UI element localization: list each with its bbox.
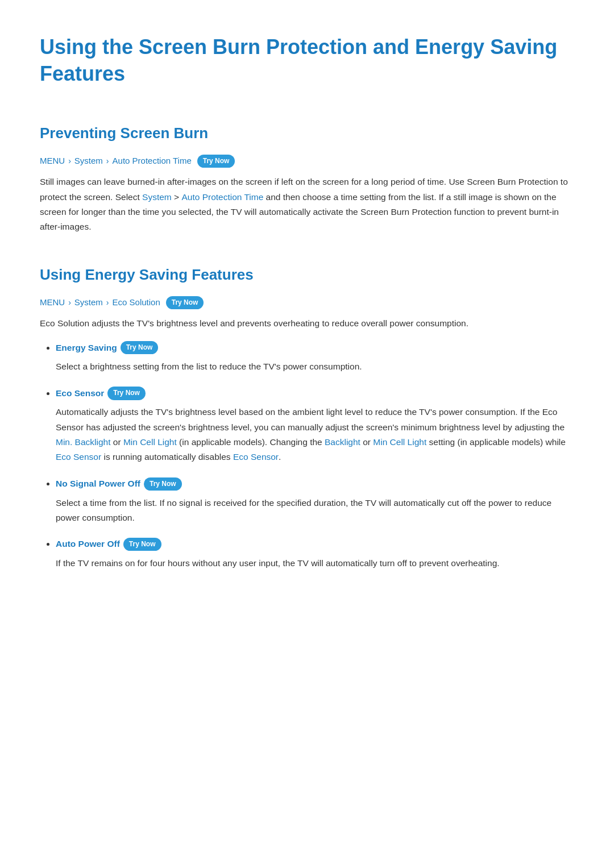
list-item-no-signal-power-off: No Signal Power Off Try Now Select a tim… bbox=[56, 476, 574, 525]
breadcrumb-sep-4: › bbox=[106, 296, 109, 309]
no-signal-power-off-title: No Signal Power Off Try Now bbox=[56, 477, 574, 491]
link-backlight[interactable]: Backlight bbox=[325, 437, 360, 447]
breadcrumb-system: System bbox=[74, 154, 103, 168]
try-now-badge-eco-solution[interactable]: Try Now bbox=[166, 296, 204, 309]
breadcrumb-energy-saving: MENU › System › Eco Solution Try Now bbox=[40, 296, 574, 309]
list-item-eco-sensor: Eco Sensor Try Now Automatically adjusts… bbox=[56, 386, 574, 465]
breadcrumb-screen-burn: MENU › System › Auto Protection Time Try… bbox=[40, 154, 574, 168]
section-screen-burn: Preventing Screen Burn MENU › System › A… bbox=[40, 122, 574, 235]
try-now-badge-screen-burn[interactable]: Try Now bbox=[197, 155, 235, 168]
section-energy-saving-title: Using Energy Saving Features bbox=[40, 263, 574, 287]
try-now-badge-energy-saving[interactable]: Try Now bbox=[121, 341, 159, 354]
link-system-1[interactable]: System bbox=[142, 192, 172, 202]
section-screen-burn-title: Preventing Screen Burn bbox=[40, 122, 574, 146]
auto-power-off-body: If the TV remains on for four hours with… bbox=[56, 556, 574, 571]
breadcrumb-sep-3: › bbox=[68, 296, 71, 309]
energy-saving-body: Select a brightness setting from the lis… bbox=[56, 359, 574, 374]
eco-sensor-item-title: Eco Sensor Try Now bbox=[56, 387, 574, 401]
energy-saving-item-title: Energy Saving Try Now bbox=[56, 341, 574, 355]
screen-burn-body: Still images can leave burned-in after-i… bbox=[40, 175, 574, 234]
energy-saving-intro: Eco Solution adjusts the TV's brightness… bbox=[40, 316, 574, 331]
energy-saving-label: Energy Saving bbox=[56, 341, 117, 355]
link-auto-protection-time[interactable]: Auto Protection Time bbox=[181, 192, 263, 202]
try-now-badge-auto-power-off[interactable]: Try Now bbox=[123, 538, 161, 551]
breadcrumb-eco-solution: Eco Solution bbox=[113, 296, 160, 309]
breadcrumb-auto-protection: Auto Protection Time bbox=[113, 154, 192, 168]
breadcrumb-system-2: System bbox=[74, 296, 103, 309]
list-item-energy-saving: Energy Saving Try Now Select a brightnes… bbox=[56, 340, 574, 375]
breadcrumb-menu-2: MENU bbox=[40, 296, 65, 309]
try-now-badge-eco-sensor[interactable]: Try Now bbox=[107, 387, 146, 400]
energy-saving-list: Energy Saving Try Now Select a brightnes… bbox=[40, 340, 574, 571]
breadcrumb-sep-2: › bbox=[106, 155, 109, 167]
auto-power-off-label: Auto Power Off bbox=[56, 537, 120, 551]
no-signal-power-off-label: No Signal Power Off bbox=[56, 477, 140, 491]
list-item-auto-power-off: Auto Power Off Try Now If the TV remains… bbox=[56, 537, 574, 571]
eco-sensor-body: Automatically adjusts the TV's brightnes… bbox=[56, 405, 574, 464]
page-title: Using the Screen Burn Protection and Ene… bbox=[40, 34, 574, 88]
link-min-cell-light-2[interactable]: Min Cell Light bbox=[373, 437, 426, 447]
eco-sensor-label: Eco Sensor bbox=[56, 387, 104, 401]
breadcrumb-menu: MENU bbox=[40, 154, 65, 168]
link-eco-sensor-2[interactable]: Eco Sensor bbox=[233, 452, 279, 462]
link-min-backlight[interactable]: Min. Backlight bbox=[56, 437, 110, 447]
link-min-cell-light-1[interactable]: Min Cell Light bbox=[123, 437, 177, 447]
try-now-badge-no-signal[interactable]: Try Now bbox=[144, 477, 182, 491]
auto-power-off-title: Auto Power Off Try Now bbox=[56, 537, 574, 551]
link-eco-sensor-1[interactable]: Eco Sensor bbox=[56, 452, 101, 462]
no-signal-power-off-body: Select a time from the list. If no signa… bbox=[56, 496, 574, 526]
breadcrumb-sep-1: › bbox=[68, 155, 71, 167]
section-energy-saving: Using Energy Saving Features MENU › Syst… bbox=[40, 263, 574, 571]
